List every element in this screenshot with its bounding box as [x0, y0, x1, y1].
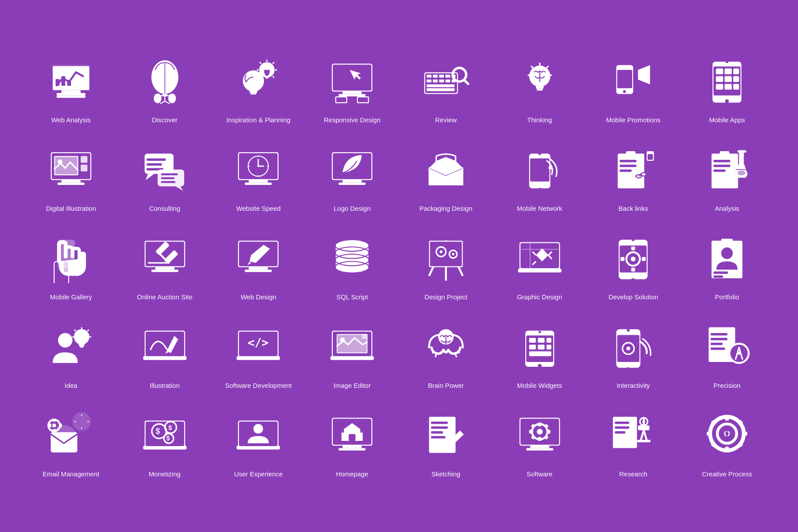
- icon-item-logo-design[interactable]: Logo Design: [307, 135, 397, 220]
- inspiration-planning-label: Inspiration & Planning: [226, 116, 290, 124]
- svg-rect-209: [146, 332, 184, 356]
- icon-item-image-editor[interactable]: Image Editor: [307, 312, 397, 397]
- icon-item-sql-script[interactable]: SQL Script: [307, 224, 397, 308]
- icon-item-sketching[interactable]: Sketching: [401, 401, 491, 485]
- icon-item-monetizing[interactable]: $ $ $ Monetizing: [120, 401, 210, 485]
- svg-rect-68: [617, 70, 632, 89]
- back-links-label: Back links: [619, 204, 648, 213]
- svg-rect-279: [342, 446, 362, 448]
- svg-rect-76: [725, 68, 732, 74]
- icon-item-precision[interactable]: Precision: [682, 312, 772, 397]
- svg-line-227: [456, 354, 456, 357]
- svg-rect-189: [631, 246, 635, 250]
- icon-item-back-links[interactable]: Back links: [589, 135, 678, 220]
- packaging-design-label: Packaging Design: [419, 204, 472, 213]
- svg-rect-78: [716, 76, 723, 82]
- icon-item-web-analysis[interactable]: Web Analysis: [26, 47, 116, 131]
- email-management-icon: [43, 408, 100, 465]
- web-design-icon: [230, 231, 287, 287]
- icon-item-packaging-design[interactable]: Packaging Design: [401, 135, 491, 220]
- icon-item-software-development[interactable]: </> Software Development: [214, 312, 303, 397]
- svg-rect-5: [61, 90, 81, 93]
- icon-item-mobile-promotions[interactable]: Mobile Promotions: [589, 47, 678, 131]
- svg-rect-35: [333, 64, 371, 90]
- develop-solution-icon: [605, 231, 662, 287]
- icon-item-inspiration-planning[interactable]: Inspiration & Planning: [214, 47, 303, 131]
- user-experience-label: User Experience: [234, 470, 283, 479]
- svg-rect-119: [338, 183, 366, 185]
- sketching-label: Sketching: [431, 470, 460, 479]
- image-editor-label: Image Editor: [334, 381, 371, 390]
- svg-rect-96: [146, 163, 162, 166]
- discover-label: Discover: [152, 116, 177, 124]
- icon-item-graphic-design[interactable]: Graphic Design: [495, 224, 584, 308]
- icon-item-software[interactable]: Software: [495, 401, 584, 485]
- svg-line-13: [160, 101, 165, 104]
- mobile-network-label: Mobile Network: [517, 204, 562, 213]
- svg-rect-260: [52, 429, 56, 433]
- icon-item-user-experience[interactable]: User Experience: [214, 401, 303, 485]
- svg-rect-51: [439, 80, 444, 83]
- icon-item-portfolio[interactable]: Portfolio: [682, 224, 772, 308]
- icon-item-interactivity[interactable]: Interactivity: [589, 312, 678, 397]
- svg-rect-321: [742, 432, 747, 436]
- idea-label: Idea: [64, 381, 77, 390]
- graphic-design-label: Graphic Design: [517, 293, 562, 301]
- precision-label: Precision: [713, 381, 741, 390]
- mobile-network-icon: [511, 142, 568, 199]
- icon-item-thinking[interactable]: Thinking: [495, 47, 584, 131]
- svg-point-73: [726, 60, 729, 64]
- icon-item-digital-illustration[interactable]: Digital Illustration: [26, 135, 116, 220]
- icon-item-web-design[interactable]: Web Design: [214, 224, 303, 308]
- mobile-promotions-label: Mobile Promotions: [606, 116, 660, 124]
- icon-item-consulting[interactable]: Consulting: [120, 135, 210, 220]
- svg-text:$: $: [156, 427, 160, 436]
- icon-item-mobile-network[interactable]: Mobile Network: [495, 135, 584, 220]
- svg-rect-280: [338, 448, 366, 451]
- icon-item-mobile-gallery[interactable]: Mobile Gallery: [26, 224, 116, 308]
- icon-item-website-speed[interactable]: Website Speed: [214, 135, 303, 220]
- svg-rect-121: [530, 159, 549, 182]
- svg-rect-200: [78, 344, 84, 346]
- icon-item-homepage[interactable]: Homepage: [307, 401, 397, 485]
- icon-item-responsive-design[interactable]: Responsive Design: [307, 47, 397, 131]
- svg-rect-307: [615, 431, 626, 434]
- graphic-design-icon: [511, 231, 568, 287]
- svg-rect-287: [431, 431, 443, 434]
- svg-point-177: [452, 253, 455, 255]
- monetizing-label: Monetizing: [149, 470, 181, 479]
- icon-item-creative-process[interactable]: Creative Process: [682, 401, 772, 485]
- svg-rect-47: [445, 75, 450, 78]
- icon-item-idea[interactable]: Idea: [26, 312, 116, 397]
- analysis-label: Analysis: [715, 204, 739, 213]
- mobile-widgets-label: Mobile Widgets: [517, 381, 562, 390]
- icon-item-illustration[interactable]: Illustration: [120, 312, 210, 397]
- icon-item-research[interactable]: Research: [589, 401, 678, 485]
- icon-item-develop-solution[interactable]: Develop Solution: [589, 224, 678, 308]
- icon-item-design-project[interactable]: Design Project: [401, 224, 491, 308]
- icon-item-mobile-widgets[interactable]: Mobile Widgets: [495, 312, 584, 397]
- web-design-label: Web Design: [241, 293, 276, 301]
- svg-rect-212: [237, 356, 280, 360]
- svg-point-242: [627, 367, 631, 371]
- icon-item-review[interactable]: Review: [401, 47, 491, 131]
- svg-rect-59: [536, 86, 544, 89]
- email-management-label: Email Management: [43, 470, 99, 479]
- consulting-icon: [136, 142, 193, 199]
- icon-item-mobile-apps[interactable]: Mobile Apps: [682, 47, 772, 131]
- thinking-label: Thinking: [527, 116, 552, 124]
- svg-rect-259: [52, 419, 56, 422]
- svg-point-231: [538, 331, 541, 333]
- svg-point-188: [631, 257, 636, 262]
- portfolio-icon: [698, 231, 755, 287]
- svg-line-29: [260, 62, 261, 64]
- icon-item-brain-power[interactable]: Brain Power: [401, 312, 491, 397]
- svg-rect-7: [56, 79, 60, 85]
- icon-item-analysis[interactable]: Analysis: [682, 135, 772, 220]
- icon-item-discover[interactable]: Discover: [120, 47, 210, 131]
- idea-icon: [43, 319, 100, 376]
- icon-item-email-management[interactable]: Email Management: [26, 401, 116, 485]
- svg-rect-91: [81, 156, 87, 163]
- precision-icon: [698, 319, 755, 376]
- icon-item-online-auction-site[interactable]: Online Auction Site: [120, 224, 210, 308]
